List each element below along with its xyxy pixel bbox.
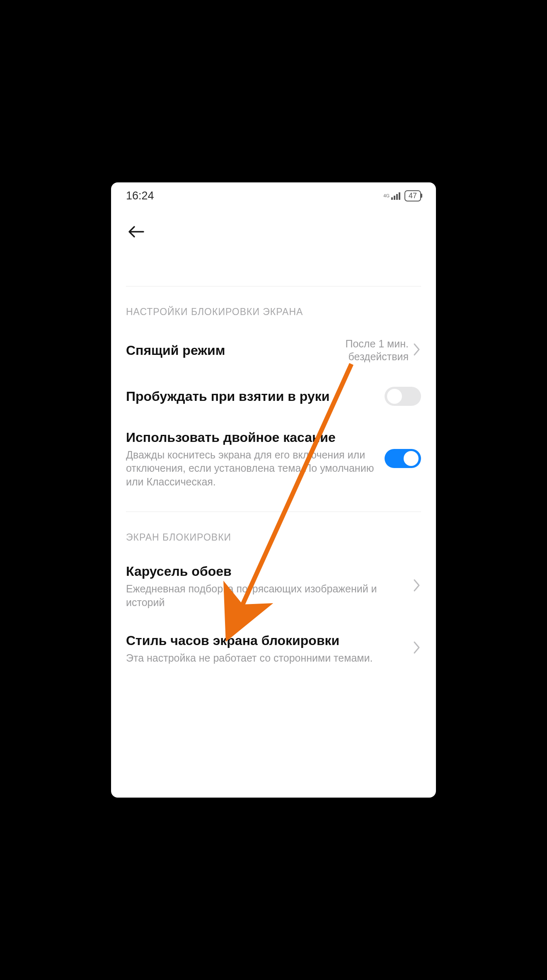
svg-rect-2 (396, 194, 398, 200)
phone-frame: 16:24 4G 47 НАСТРОЙКИ БЛОКИРОВКИ ЭКРАНА (108, 179, 439, 801)
chevron-right-icon (413, 640, 421, 656)
setting-title: Стиль часов экрана блокировки (126, 632, 406, 649)
setting-subtitle: Эта настройка не работает со сторонними … (126, 651, 406, 665)
back-button[interactable] (125, 221, 422, 245)
setting-subtitle: Дважды коснитесь экрана для его включени… (126, 448, 378, 489)
setting-wallpaper-carousel[interactable]: Карусель обоев Ежедневная подборка потря… (126, 551, 421, 621)
svg-rect-0 (391, 197, 393, 200)
toggle-raise-to-wake[interactable] (385, 387, 421, 406)
content: НАСТРОЙКИ БЛОКИРОВКИ ЭКРАНА Спящий режим… (111, 286, 436, 677)
battery-icon: 47 (404, 190, 421, 201)
setting-title: Спящий режим (126, 342, 339, 359)
setting-raise-to-wake[interactable]: Пробуждать при взятии в руки (126, 375, 421, 417)
network-type-label: 4G (383, 193, 390, 198)
svg-rect-1 (394, 196, 395, 200)
setting-double-tap[interactable]: Использовать двойное касание Дважды косн… (126, 417, 421, 500)
setting-value: После 1 мин. бездействия (345, 337, 409, 364)
signal-icon (391, 192, 402, 200)
section-header-lock-settings: НАСТРОЙКИ БЛОКИРОВКИ ЭКРАНА (126, 286, 421, 326)
chevron-right-icon (413, 578, 421, 594)
setting-title: Пробуждать при взятии в руки (126, 388, 378, 405)
setting-lock-clock-style[interactable]: Стиль часов экрана блокировки Эта настро… (126, 621, 421, 677)
svg-rect-3 (399, 192, 400, 200)
chevron-right-icon (413, 342, 421, 358)
toggle-double-tap[interactable] (385, 449, 421, 468)
battery-percent: 47 (409, 192, 417, 200)
status-time: 16:24 (126, 189, 154, 202)
setting-title: Карусель обоев (126, 563, 406, 580)
section-header-lock-screen: ЭКРАН БЛОКИРОВКИ (126, 512, 421, 551)
setting-sleep-mode[interactable]: Спящий режим После 1 мин. бездействия (126, 326, 421, 375)
header (111, 206, 436, 253)
status-bar: 16:24 4G 47 (111, 182, 436, 206)
setting-subtitle: Ежедневная подборка потрясающих изображе… (126, 582, 406, 609)
setting-title: Использовать двойное касание (126, 429, 378, 446)
status-icons: 4G 47 (383, 190, 421, 201)
